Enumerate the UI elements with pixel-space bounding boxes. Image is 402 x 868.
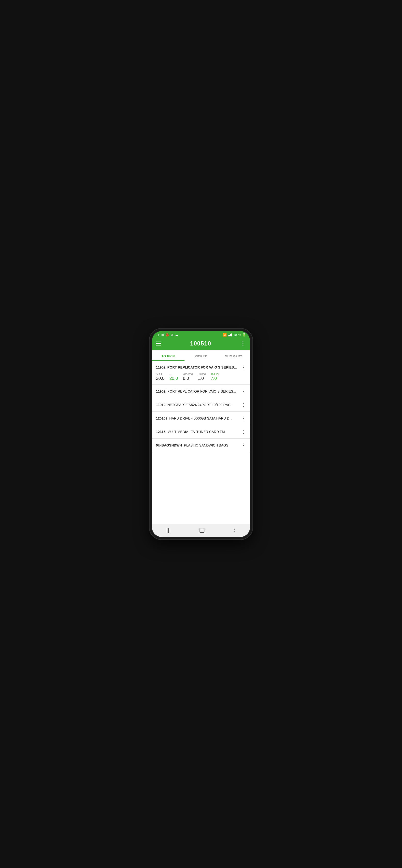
stat-soh-value: 20.0 (156, 376, 164, 381)
list-item-desc: NETGEAR JFS524 24PORT 10/100 RAC... (167, 403, 234, 407)
list-item-title: 11912 NETGEAR JFS524 24PORT 10/100 RAC..… (156, 403, 240, 407)
status-bar: 11:18 🏀 🖼 ☁ 📶 100% 🔋 (152, 331, 250, 338)
list-item-title: 120169 HARD DRIVE - 8000GB SATA HARD D..… (156, 416, 240, 420)
status-right: 📶 100% 🔋 (223, 333, 246, 337)
recents-icon (167, 528, 171, 533)
stat-picked: Picked 1.0 (197, 372, 206, 381)
tab-to-pick[interactable]: TO PICK (152, 350, 185, 361)
nav-recents-button[interactable] (167, 528, 171, 533)
stat-soh: SOH 20.0 (156, 372, 164, 381)
stat-topick-value: 7.0 (211, 376, 217, 381)
wifi-icon: 📶 (223, 333, 227, 337)
expanded-item-menu[interactable]: ⋮ (240, 365, 246, 370)
list-item-code: 11912 (156, 403, 165, 407)
expanded-item-stats: SOH 20.0 ... 20.0 Ordered 8.0 Picked 1.0 (156, 372, 246, 381)
more-options-button[interactable]: ⋮ (240, 341, 246, 346)
stat-topick-label: To Pick (211, 372, 219, 375)
clock: 11:18 (156, 333, 164, 337)
menu-button[interactable] (156, 342, 161, 345)
list-item-desc: PLASTIC SANDWICH BAGS (184, 443, 228, 447)
list-item-menu-3[interactable]: ⋮ (240, 429, 246, 434)
list-item[interactable]: 120169 HARD DRIVE - 8000GB SATA HARD D..… (152, 412, 250, 425)
content-area: 11902 PORT REPLICATOR FOR VAIO S SERIES.… (152, 361, 250, 524)
stat-soh-extra-label: ... (169, 372, 172, 375)
list-item-menu-2[interactable]: ⋮ (240, 415, 246, 421)
battery-percent: 100% (234, 333, 241, 337)
tabs-bar: TO PICK PICKED SUMMARY (152, 350, 250, 361)
list-item[interactable]: 11902 PORT REPLICATOR FOR VAIO S SERIES.… (152, 385, 250, 398)
expanded-item-code: 11902 (156, 365, 165, 369)
list-item-desc: HARD DRIVE - 8000GB SATA HARD D... (169, 416, 233, 420)
cloud-icon: ☁ (175, 333, 178, 337)
nav-back-button[interactable]: 〈 (234, 527, 235, 533)
stat-picked-value: 1.0 (197, 376, 204, 381)
list-item-title: 0U-BAGSNDWH PLASTIC SANDWICH BAGS (156, 443, 240, 447)
phone-screen: 11:18 🏀 🖼 ☁ 📶 100% 🔋 (152, 331, 250, 537)
tab-picked[interactable]: PICKED (185, 350, 217, 361)
status-left: 11:18 🏀 🖼 ☁ (156, 333, 178, 337)
page-title: 100510 (190, 340, 211, 347)
expanded-item-header: 11902 PORT REPLICATOR FOR VAIO S SERIES.… (156, 365, 246, 370)
expanded-item: 11902 PORT REPLICATOR FOR VAIO S SERIES.… (152, 361, 250, 385)
nav-home-button[interactable] (199, 528, 205, 533)
stat-soh-label: SOH (156, 372, 162, 375)
list-item-code: 120169 (156, 416, 167, 420)
list-item-code: 12615 (156, 430, 165, 434)
home-icon (199, 528, 205, 533)
list-item-desc: PORT REPLICATOR FOR VAIO S SERIES... (167, 390, 236, 393)
stat-picked-label: Picked (197, 372, 206, 375)
stat-ordered-label: Ordered (183, 372, 193, 375)
tab-summary[interactable]: SUMMARY (217, 350, 250, 361)
expanded-item-desc: PORT REPLICATOR FOR VAIO S SERIES... (167, 365, 237, 369)
list-item-menu-1[interactable]: ⋮ (240, 402, 246, 407)
image-icon: 🖼 (171, 333, 174, 337)
list-item-code: 0U-BAGSNDWH (156, 443, 182, 447)
stat-topick: To Pick 7.0 (211, 372, 219, 381)
basketball-icon: 🏀 (165, 333, 169, 337)
signal-icon (228, 334, 231, 336)
stat-ordered: Ordered 8.0 (183, 372, 193, 381)
phone-frame: 11:18 🏀 🖼 ☁ 📶 100% 🔋 (150, 329, 252, 539)
list-item[interactable]: 0U-BAGSNDWH PLASTIC SANDWICH BAGS ⋮ (152, 439, 250, 452)
list-item[interactable]: 11912 NETGEAR JFS524 24PORT 10/100 RAC..… (152, 398, 250, 412)
list-item-code: 11902 (156, 390, 165, 393)
stat-soh-extra-value: 20.0 (169, 376, 178, 381)
list-item-menu-4[interactable]: ⋮ (240, 442, 246, 448)
expanded-item-title: 11902 PORT REPLICATOR FOR VAIO S SERIES.… (156, 365, 240, 369)
list-item[interactable]: 12615 MULTIMEDIA - TV TUNER CARD FM ⋮ (152, 425, 250, 439)
items-list: 11902 PORT REPLICATOR FOR VAIO S SERIES.… (152, 385, 250, 452)
list-item-title: 11902 PORT REPLICATOR FOR VAIO S SERIES.… (156, 390, 240, 393)
list-item-desc: MULTIMEDIA - TV TUNER CARD FM (167, 430, 225, 434)
top-bar: 100510 ⋮ (152, 338, 250, 350)
list-item-title: 12615 MULTIMEDIA - TV TUNER CARD FM (156, 430, 240, 434)
battery-icon: 🔋 (242, 333, 246, 337)
stat-soh-extra: ... 20.0 (169, 372, 178, 381)
bottom-nav: 〈 (152, 524, 250, 537)
list-item-menu-0[interactable]: ⋮ (240, 389, 246, 394)
stat-ordered-value: 8.0 (183, 376, 189, 381)
back-icon: 〈 (234, 527, 235, 533)
